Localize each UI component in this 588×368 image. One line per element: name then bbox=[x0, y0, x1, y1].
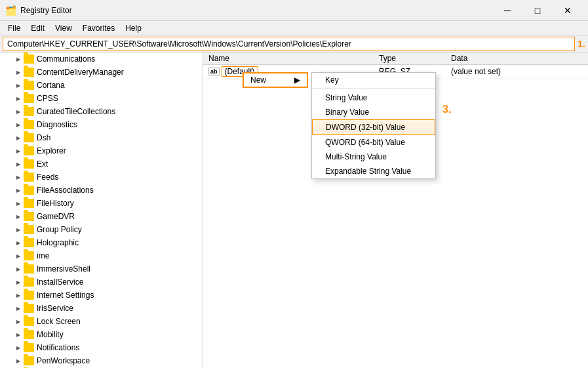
maximize-button[interactable]: □ bbox=[522, 0, 553, 21]
tree-item-label: Communications bbox=[37, 54, 95, 64]
tree-item-ime[interactable]: ▶ ime bbox=[0, 249, 203, 262]
folder-icon bbox=[24, 186, 34, 195]
tree-item-label: Group Policy bbox=[37, 225, 82, 234]
entry-data: (value not set) bbox=[446, 65, 588, 79]
menu-item-expandable-string[interactable]: Expandable String Value bbox=[312, 164, 435, 178]
expand-icon: ▶ bbox=[13, 264, 24, 274]
tree-item-ext[interactable]: ▶ Ext bbox=[0, 157, 203, 171]
tree-item-cpss[interactable]: ▶ CPSS bbox=[0, 92, 203, 105]
tree-item-label: GameDVR bbox=[37, 212, 75, 221]
menu-item-string-value[interactable]: String Value bbox=[312, 91, 435, 105]
tree-item-label: Holographic bbox=[37, 238, 79, 247]
menu-edit[interactable]: Edit bbox=[26, 22, 50, 34]
minimize-button[interactable]: ─ bbox=[492, 0, 522, 21]
tree-item-mobility[interactable]: ▶ Mobility bbox=[0, 328, 203, 341]
address-input[interactable] bbox=[3, 37, 575, 51]
tree-item-contentdeliverymanager[interactable]: ▶ ContentDeliveryManager bbox=[0, 66, 203, 79]
tree-item-cortana[interactable]: ▶ Cortana bbox=[0, 79, 203, 92]
tree-item-notifications[interactable]: ▶ Notifications bbox=[0, 341, 203, 354]
expand-icon: ▶ bbox=[13, 133, 24, 143]
right-panel: Name Type Data ab (Default) REG_SZ (valu… bbox=[203, 52, 588, 368]
new-button[interactable]: New ▶ bbox=[243, 72, 308, 88]
expand-icon: ▶ bbox=[13, 303, 24, 314]
menu-item-multi-string[interactable]: Multi-String Value bbox=[312, 150, 435, 164]
tree-item-label: CPSS bbox=[37, 94, 58, 103]
tree-item-explorer[interactable]: ▶ Explorer bbox=[0, 144, 203, 157]
folder-icon bbox=[24, 94, 34, 103]
menu-item-dword[interactable]: DWORD (32-bit) Value bbox=[312, 119, 435, 135]
tree-item-installservice[interactable]: ▶ InstallService bbox=[0, 276, 203, 289]
menu-file[interactable]: File bbox=[3, 22, 26, 34]
expand-icon: ▶ bbox=[13, 146, 24, 156]
ab-badge: ab bbox=[208, 68, 220, 75]
expand-icon: ▶ bbox=[13, 224, 24, 235]
folder-icon bbox=[24, 277, 34, 287]
new-arrow-icon: ▶ bbox=[294, 75, 300, 85]
menu-item-qword[interactable]: QWORD (64-bit) Value bbox=[312, 135, 435, 150]
tree-item-curatedtilecollections[interactable]: ▶ CuratedTileCollections bbox=[0, 105, 203, 118]
folder-icon bbox=[24, 356, 34, 365]
tree-item-label: IrisService bbox=[37, 304, 73, 313]
tree-item-diagnostics[interactable]: ▶ Diagnostics bbox=[0, 118, 203, 131]
tree-panel[interactable]: ▶ Communications ▶ ContentDeliveryManage… bbox=[0, 52, 203, 368]
context-menu-container: New ▶ Key String Value Binary Value DWOR… bbox=[243, 72, 308, 88]
menu-item-binary-value[interactable]: Binary Value bbox=[312, 105, 435, 119]
menu-item-key[interactable]: Key bbox=[312, 73, 435, 87]
tree-item-label: Internet Settings bbox=[37, 291, 94, 300]
expand-icon: ▶ bbox=[13, 67, 24, 77]
menu-view[interactable]: View bbox=[50, 22, 77, 34]
folder-icon bbox=[24, 264, 34, 274]
close-button[interactable]: ✕ bbox=[553, 0, 583, 21]
folder-icon bbox=[24, 173, 34, 182]
menu-favorites[interactable]: Favorites bbox=[77, 22, 120, 34]
tree-item-irisservice[interactable]: ▶ IrisService bbox=[0, 302, 203, 315]
tree-item-internetsettings[interactable]: ▶ Internet Settings bbox=[0, 289, 203, 302]
tree-item-fileassociations[interactable]: ▶ FileAssociations bbox=[0, 184, 203, 197]
expand-icon: ▶ bbox=[13, 316, 24, 327]
folder-icon bbox=[24, 120, 34, 129]
app-icon: 🗂️ bbox=[5, 5, 16, 16]
tree-item-label: ime bbox=[37, 251, 49, 260]
tree-item-label: Feeds bbox=[37, 173, 58, 182]
folder-icon bbox=[24, 212, 34, 221]
tree-item-dsh[interactable]: ▶ Dsh bbox=[0, 131, 203, 144]
step3-badge: 3. bbox=[442, 104, 451, 115]
expand-icon: ▶ bbox=[13, 80, 24, 91]
tree-item-immersiveshell[interactable]: ▶ ImmersiveShell bbox=[0, 262, 203, 276]
folder-icon bbox=[24, 304, 34, 313]
expand-icon: ▶ bbox=[13, 159, 24, 169]
tree-item-label: Lock Screen bbox=[37, 317, 81, 326]
tree-item-label: CuratedTileCollections bbox=[37, 107, 115, 116]
menu-separator bbox=[312, 89, 435, 89]
tree-item-grouppolicy[interactable]: ▶ Group Policy bbox=[0, 223, 203, 236]
tree-item-label: Cortana bbox=[37, 81, 65, 90]
tree-item-holographic[interactable]: ▶ Holographic bbox=[0, 236, 203, 249]
tree-item-gamedvr[interactable]: ▶ GameDVR bbox=[0, 210, 203, 223]
expand-icon: ▶ bbox=[13, 237, 24, 248]
window-controls: ─ □ ✕ bbox=[492, 0, 583, 21]
tree-item-communications[interactable]: ▶ Communications bbox=[0, 52, 203, 66]
expand-icon: ▶ bbox=[13, 277, 24, 287]
tree-item-label: PenWorkspace bbox=[37, 356, 90, 365]
expand-icon: ▶ bbox=[13, 93, 24, 104]
tree-item-lockscreen[interactable]: ▶ Lock Screen bbox=[0, 315, 203, 328]
step1-badge: 1. bbox=[578, 39, 585, 49]
tree-item-feeds[interactable]: ▶ Feeds bbox=[0, 171, 203, 184]
folder-icon bbox=[24, 317, 34, 326]
context-menu: Key String Value Binary Value DWORD (32-… bbox=[311, 72, 436, 179]
folder-icon bbox=[24, 81, 34, 90]
tree-item-label: Diagnostics bbox=[37, 120, 77, 129]
tree-item-label: Dsh bbox=[37, 133, 50, 142]
expand-icon: ▶ bbox=[13, 185, 24, 195]
folder-icon bbox=[24, 133, 34, 142]
expand-icon: ▶ bbox=[13, 172, 24, 182]
tree-item-label: ContentDeliveryManager bbox=[37, 68, 124, 77]
folder-icon bbox=[24, 68, 34, 77]
app-title: Registry Editor bbox=[20, 6, 492, 15]
folder-icon bbox=[24, 225, 34, 234]
folder-icon bbox=[24, 291, 34, 300]
expand-icon: ▶ bbox=[13, 54, 24, 64]
tree-item-penworkspace[interactable]: ▶ PenWorkspace bbox=[0, 354, 203, 367]
menu-help[interactable]: Help bbox=[120, 22, 147, 34]
tree-item-filehistory[interactable]: ▶ FileHistory bbox=[0, 197, 203, 210]
